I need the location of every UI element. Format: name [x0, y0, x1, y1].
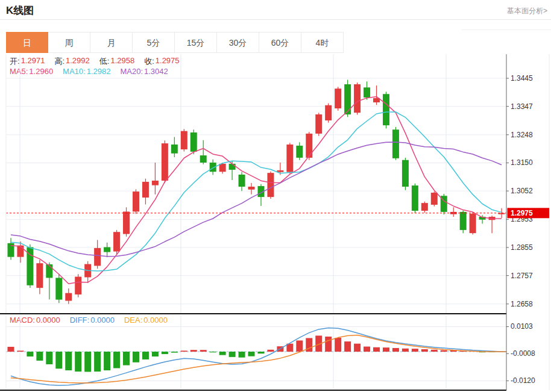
chart-canvas[interactable]: 1.34451.33471.32481.31501.30521.29531.28… [0, 53, 551, 392]
macd-bar[interactable] [296, 340, 303, 352]
candle[interactable] [200, 155, 207, 163]
macd-bar[interactable] [257, 352, 264, 353]
macd-bar[interactable] [219, 352, 226, 355]
candle[interactable] [315, 114, 322, 134]
macd-bar[interactable] [104, 352, 110, 370]
macd-bar[interactable] [27, 352, 33, 356]
candle[interactable] [133, 191, 139, 211]
candle[interactable] [46, 264, 52, 278]
macd-bar[interactable] [162, 352, 168, 354]
macd-bar[interactable] [402, 349, 409, 352]
gridlines [6, 54, 506, 389]
tab-5分[interactable]: 5分 [133, 32, 175, 53]
candle[interactable] [460, 212, 467, 230]
macd-bar[interactable] [142, 352, 149, 359]
kline-widget: K线图 基本面分析> 日周月5分15分30分60分4时 开:1.2971 高:1… [0, 0, 551, 392]
macd-bar[interactable] [335, 338, 341, 352]
candle[interactable] [229, 164, 236, 170]
price-axis-labels: 1.34451.33471.32481.31501.30521.29531.28… [506, 74, 535, 385]
macd-bar[interactable] [364, 347, 370, 352]
candle[interactable] [470, 214, 476, 233]
candle[interactable] [171, 145, 178, 154]
candle[interactable] [306, 134, 312, 158]
candle[interactable] [239, 175, 245, 187]
macd-bar[interactable] [7, 347, 14, 352]
macd-bar[interactable] [190, 350, 197, 352]
candle[interactable] [412, 185, 418, 211]
period-tabbar: 日周月5分15分30分60分4时 [6, 32, 344, 53]
candle[interactable] [219, 164, 226, 172]
macd-bar[interactable] [248, 352, 255, 356]
fundamental-analysis-link[interactable]: 基本面分析> [507, 6, 547, 16]
macd-bar[interactable] [229, 352, 236, 357]
candle[interactable] [392, 129, 399, 158]
macd-bar[interactable] [210, 352, 216, 352]
candle[interactable] [286, 145, 293, 172]
macd-bar[interactable] [441, 350, 447, 352]
macd-bar[interactable] [412, 349, 418, 352]
candle[interactable] [248, 187, 255, 190]
macd-bar[interactable] [200, 350, 207, 352]
candle[interactable] [123, 211, 130, 234]
tab-4时[interactable]: 4时 [301, 32, 344, 53]
candle[interactable] [325, 105, 332, 120]
candle[interactable] [190, 132, 197, 152]
candle[interactable] [181, 131, 187, 149]
macd-bar[interactable] [46, 352, 52, 364]
candle[interactable] [162, 143, 168, 181]
candle[interactable] [267, 173, 274, 197]
macd-bar[interactable] [354, 344, 361, 352]
macd-bar[interactable] [181, 350, 187, 352]
candle[interactable] [421, 203, 428, 211]
candle[interactable] [344, 84, 351, 114]
candle[interactable] [55, 278, 62, 299]
macd-bar[interactable] [171, 352, 178, 353]
macd-bar[interactable] [75, 352, 81, 372]
tab-周[interactable]: 周 [48, 32, 90, 53]
macd-bar[interactable] [344, 341, 351, 352]
macd-bar[interactable] [325, 337, 332, 352]
macd-bar[interactable] [84, 352, 91, 372]
tab-15分[interactable]: 15分 [175, 32, 217, 53]
macd-bar[interactable] [133, 352, 139, 362]
tab-60分[interactable]: 60分 [259, 32, 301, 53]
macd-bar[interactable] [383, 347, 389, 352]
candle[interactable] [277, 170, 283, 172]
tab-月[interactable]: 月 [90, 32, 133, 53]
macd-bar[interactable] [65, 352, 72, 370]
macd-bar[interactable] [17, 350, 24, 352]
candle[interactable] [152, 181, 159, 185]
macd-bar[interactable] [239, 352, 245, 358]
macd-bar[interactable] [152, 352, 159, 356]
macd-bar[interactable] [94, 352, 101, 372]
macd-bar[interactable] [431, 350, 438, 352]
macd-bar[interactable] [421, 349, 428, 352]
macd-bar[interactable] [373, 347, 380, 352]
candle[interactable] [142, 182, 149, 198]
candle[interactable] [104, 247, 110, 252]
candle[interactable] [36, 263, 43, 288]
candle[interactable] [17, 246, 24, 257]
candle[interactable] [65, 293, 72, 301]
candle[interactable] [383, 94, 389, 125]
macd-bar[interactable] [113, 352, 120, 368]
candle[interactable] [364, 87, 370, 98]
macd-bar[interactable] [392, 348, 399, 352]
candle[interactable] [335, 89, 341, 108]
tab-日[interactable]: 日 [6, 32, 48, 53]
candle[interactable] [75, 277, 81, 295]
candle[interactable] [354, 84, 361, 113]
price-tick-label: 1.3248 [511, 131, 533, 139]
candle[interactable] [113, 232, 120, 251]
candle[interactable] [7, 243, 14, 257]
macd-bar[interactable] [267, 350, 274, 352]
macd-bar[interactable] [123, 352, 130, 366]
macd-bar[interactable] [55, 352, 62, 369]
candle[interactable] [296, 146, 303, 158]
candle[interactable] [402, 160, 409, 187]
tab-30分[interactable]: 30分 [217, 32, 259, 53]
macd-bar[interactable] [36, 352, 43, 361]
candle[interactable] [94, 248, 101, 266]
candle[interactable] [431, 193, 438, 205]
ma5-line [11, 96, 502, 284]
